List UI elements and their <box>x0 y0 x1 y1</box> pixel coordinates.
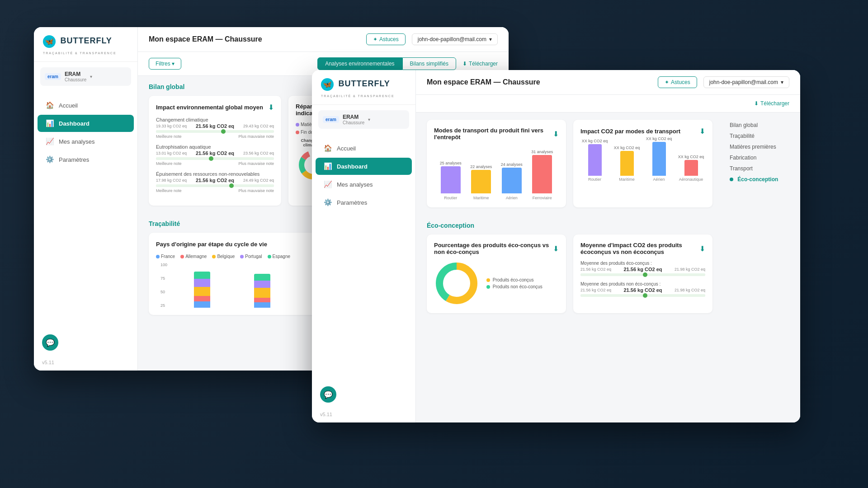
legend-france: France <box>156 254 175 259</box>
sidebar-front-parametres[interactable]: ⚙️ Paramètres <box>316 194 412 211</box>
sidebar-label-analyses: Mes analyses <box>59 138 94 145</box>
transport-card-title: Modes de transport du produit fini vers … <box>434 127 553 141</box>
metric-label-1: Changement climatique <box>156 117 274 122</box>
download-label-front: Télécharger <box>760 100 789 107</box>
co2-val-4: XX kg CO2 eq <box>678 155 704 159</box>
front-label-analyses: Mes analyses <box>337 181 373 188</box>
metric-dot-1 <box>221 129 226 134</box>
right-nav-front-tracabilite[interactable]: Traçabilité <box>730 131 794 141</box>
download-icon[interactable]: ⬇ <box>268 103 274 112</box>
metric-bad-label-2: Plus mauvaise note <box>238 161 274 166</box>
org-badge-front: eram <box>323 116 339 123</box>
eco-bar-1 <box>580 273 705 276</box>
download-button[interactable]: ⬇ Télécharger <box>462 61 498 67</box>
tips-label: Astuces <box>379 36 399 42</box>
sidebar-front-analyses[interactable]: 📈 Mes analyses <box>316 176 412 193</box>
chevron-down-icon: ▾ <box>489 36 492 42</box>
eco-bad-1: 21.98 kg CO2 eq <box>675 267 705 272</box>
tips-button[interactable]: ✦ Astuces <box>366 33 406 45</box>
tips-button-front[interactable]: ✦ Astuces <box>658 76 697 88</box>
tab-env-button[interactable]: Analyses environnementales <box>317 57 402 70</box>
right-nav-front-matieres[interactable]: Matières premières <box>730 141 794 152</box>
metric-dot-2 <box>209 156 213 161</box>
transport-card: Modes de transport du produit fini vers … <box>427 120 566 207</box>
tab-bilans-button[interactable]: Bilans simplifiés <box>402 57 456 70</box>
sidebar-item-parametres[interactable]: ⚙️ Paramètres <box>38 151 134 168</box>
metric-main-val-2: 21.56 kg CO2 eq <box>196 150 234 156</box>
right-nav-front: Bilan global Traçabilité Matières premiè… <box>723 113 800 415</box>
butterfly-icon <box>43 35 56 48</box>
user-menu-front[interactable]: john-doe-papillon@mail.com ▾ <box>703 76 789 88</box>
eco-donut-svg <box>434 261 479 306</box>
chat-button-front[interactable]: 💬 <box>320 386 336 403</box>
user-menu[interactable]: john-doe-papillon@mail.com ▾ <box>412 33 498 45</box>
co2-card-title: Impact CO2 par modes de transport <box>580 128 680 135</box>
metric-vals-3: Meilleure note Plus mauvaise note <box>156 188 274 193</box>
sidebar-item-accueil[interactable]: 🏠 Accueil <box>38 97 134 114</box>
download-icon-eco[interactable]: ⬇ <box>553 244 559 253</box>
tab-group: Analyses environnementales Bilans simpli… <box>317 57 456 70</box>
home-icon-front: 🏠 <box>324 144 332 152</box>
download-icon-t[interactable]: ⬇ <box>553 130 559 138</box>
page-title: Mon espace ERAM — Chaussure <box>149 35 262 43</box>
bar-maritime: 22 analyses Maritime <box>468 164 495 200</box>
sidebar-item-dashboard[interactable]: 📊 Dashboard <box>38 115 134 132</box>
co2-bar-chart: XX kg CO2 eq Routier XX kg CO2 eq Mariti… <box>580 141 705 182</box>
org-selector-front[interactable]: eram ERAM Chaussure ▾ <box>318 110 409 129</box>
right-nav-front-bilan[interactable]: Bilan global <box>730 120 794 131</box>
bar-count-4: 31 analyses <box>531 150 553 154</box>
eco-bad-2: 21.98 kg CO2 eq <box>675 288 705 292</box>
download-icon-co2[interactable]: ⬇ <box>699 127 705 136</box>
right-nav-front-eco[interactable]: Éco-conception <box>730 174 794 185</box>
eco-pct-header: Pourcentage des produits éco-conçus vs n… <box>434 242 559 255</box>
right-nav-front-fabrication[interactable]: Fabrication <box>730 152 794 163</box>
co2-col-4: XX kg CO2 eq Aéronautique <box>677 155 705 182</box>
nav-section: 🏠 Accueil 📊 Dashboard 📈 Mes analyses ⚙️ … <box>34 96 137 331</box>
chat-button[interactable]: 💬 <box>42 334 58 351</box>
sidebar-front: BUTTERFLY TRAÇABILITÉ & TRANSPARENCE era… <box>312 70 416 422</box>
impact-card: Impact environnemental global moyen ⬇ Ch… <box>149 96 281 206</box>
download-icon-eco-mean[interactable]: ⬇ <box>699 244 705 253</box>
logo: BUTTERFLY TRAÇABILITÉ & TRANSPARENCE <box>34 27 137 62</box>
sidebar-front-accueil[interactable]: 🏠 Accueil <box>316 140 412 157</box>
bar-count-2: 22 analyses <box>470 164 492 169</box>
co2-bar-rect-1 <box>588 144 602 176</box>
eco-donut-wrap: Produits éco-conçus Produits non éco-con… <box>434 261 559 306</box>
right-nav-front-transport[interactable]: Transport <box>730 163 794 174</box>
sidebar-label-parametres: Paramètres <box>59 156 89 163</box>
bar-label-1: Routier <box>444 196 457 200</box>
metric-good-val-1: 19.33 kg CO2 eq <box>156 124 187 128</box>
version-label: v5.11 <box>34 354 137 371</box>
sidebar-front-dashboard[interactable]: 📊 Dashboard <box>316 158 412 175</box>
download-button-front[interactable]: ⬇ Télécharger <box>754 100 789 107</box>
bar-rect-4 <box>532 155 552 193</box>
eco-main-1: 21.56 kg CO2 eq <box>624 267 662 272</box>
bar-ferroviaire: 31 analyses Ferroviaire <box>529 150 556 200</box>
user-email: john-doe-papillon@mail.com <box>418 36 486 42</box>
right-nav-front-fabrication-label: Fabrication <box>730 155 756 161</box>
legend-belgique: Belgique <box>212 254 235 259</box>
org-name-front: ERAM <box>343 114 364 120</box>
analyses-icon-front: 📈 <box>324 180 332 188</box>
metric-row-1: Changement climatique 19.33 kg CO2 eq 21… <box>156 117 274 139</box>
metric-good-label-3: Meilleure note <box>156 188 182 193</box>
sidebar-item-analyses[interactable]: 📈 Mes analyses <box>38 133 134 150</box>
version-label-front: v5.11 <box>312 406 415 422</box>
metric-dot-3 <box>229 183 234 188</box>
eco-metric-1: Moyenne des produits éco-conçus : 21.56 … <box>580 261 705 276</box>
bar-label-4: Ferroviaire <box>533 196 552 200</box>
org-selector[interactable]: eram ERAM Chaussure ▾ <box>40 67 131 86</box>
transport-bar-chart: 25 analyses Routier 22 analyses Maritime <box>434 146 559 200</box>
front-label-dashboard: Dashboard <box>337 163 368 170</box>
page-scroll-front[interactable]: Modes de transport du produit fini vers … <box>416 113 723 415</box>
eco-dot-1 <box>643 272 647 277</box>
right-nav-front-transport-label: Transport <box>730 165 753 172</box>
metric-bar-3 <box>156 184 274 187</box>
filter-button[interactable]: Filtres ▾ <box>149 58 181 70</box>
right-nav-front-dot <box>730 178 733 181</box>
app-tagline: TRAÇABILITÉ & TRANSPARENCE <box>43 52 117 55</box>
chevron-down-front: ▾ <box>781 79 783 85</box>
filter-label: Filtres <box>156 61 170 67</box>
bar-count-1: 25 analyses <box>440 161 462 165</box>
eco-metric-label-2: Moyenne des produits non éco-conçus : <box>580 282 705 286</box>
